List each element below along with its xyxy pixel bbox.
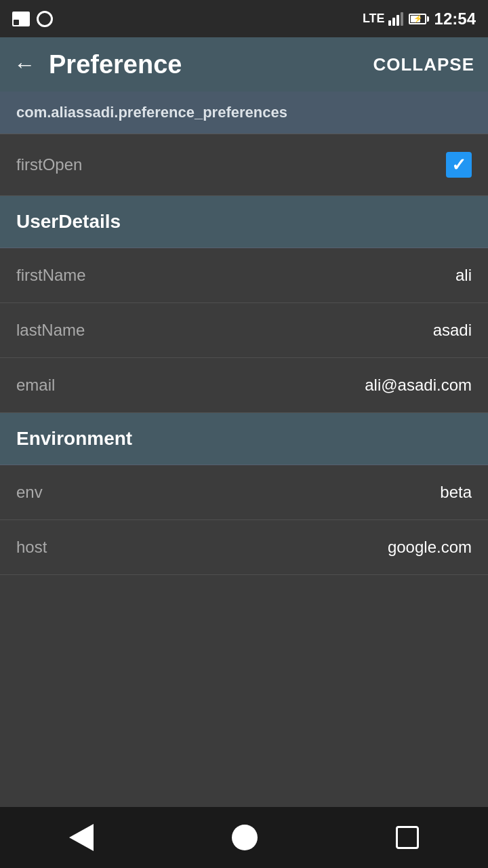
pref-file-name: com.aliassadi.preference_preferences [16, 104, 287, 121]
env-value: beta [440, 483, 472, 502]
lte-icon: LTE [363, 12, 403, 26]
page-title: Preference [49, 50, 182, 79]
sim-card-icon [12, 12, 30, 26]
lastName-value: asadi [433, 321, 472, 340]
nav-back-button[interactable] [69, 824, 94, 851]
section-header-userDetails: UserDetails [0, 196, 488, 248]
nav-recents-icon [396, 826, 419, 849]
pref-row-lastName[interactable]: lastNameasadi [0, 303, 488, 358]
first-open-checkbox[interactable]: ✓ [446, 152, 472, 178]
status-bar-left-icons [12, 11, 53, 27]
back-button[interactable]: ← [14, 52, 35, 77]
email-value: ali@asadi.com [365, 376, 472, 395]
env-key: env [16, 483, 43, 502]
lastName-key: lastName [16, 321, 85, 340]
nav-back-icon [69, 824, 94, 851]
status-time: 12:54 [434, 9, 476, 28]
pref-row-email[interactable]: emailali@asadi.com [0, 358, 488, 413]
pref-row-firstName[interactable]: firstNameali [0, 248, 488, 303]
status-bar: LTE ⚡ 12:54 [0, 0, 488, 37]
email-key: email [16, 376, 55, 395]
pref-file-header: com.aliassadi.preference_preferences [0, 92, 488, 134]
section-header-environment: Environment [0, 413, 488, 465]
section-header-text-userDetails: UserDetails [16, 211, 121, 232]
toolbar-left: ← Preference [14, 50, 182, 79]
battery-icon: ⚡ [409, 14, 429, 24]
nav-home-button[interactable] [232, 825, 258, 850]
firstName-key: firstName [16, 266, 86, 285]
content-spacer [0, 575, 488, 807]
collapse-button[interactable]: COLLAPSE [373, 54, 474, 75]
status-bar-right-icons: LTE ⚡ 12:54 [363, 9, 476, 28]
nav-bar [0, 807, 488, 868]
nav-home-icon [232, 825, 258, 850]
firstName-value: ali [455, 266, 472, 285]
pref-row-host[interactable]: hostgoogle.com [0, 520, 488, 575]
pref-row-env[interactable]: envbeta [0, 465, 488, 520]
nav-recents-button[interactable] [396, 826, 419, 849]
host-value: google.com [388, 538, 472, 557]
section-header-text-environment: Environment [16, 428, 132, 449]
host-key: host [16, 538, 47, 557]
pref-row-firstopen[interactable]: firstOpen ✓ [0, 134, 488, 196]
first-open-key: firstOpen [16, 155, 82, 174]
sections-container: UserDetailsfirstNamealilastNameasadiemai… [0, 196, 488, 575]
circle-icon [37, 11, 53, 27]
toolbar: ← Preference COLLAPSE [0, 37, 488, 92]
checkbox-check-icon: ✓ [451, 156, 466, 174]
